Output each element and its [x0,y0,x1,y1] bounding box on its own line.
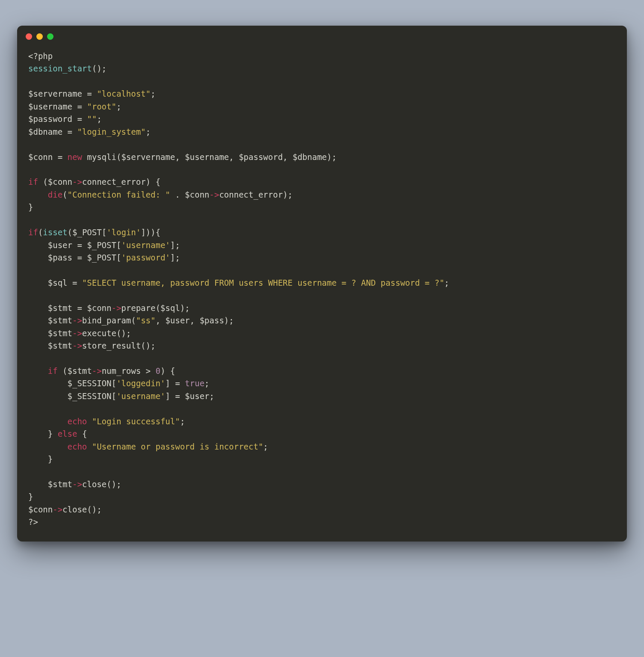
close-brace-1: } [28,202,33,212]
die-open: ( [62,190,67,199]
username-decl: $username = [28,102,87,111]
arrow-2: -> [209,190,219,199]
semi-1: ; [151,89,155,98]
bracket-open-5: [ [111,391,116,401]
die-rest: connect_error); [219,190,293,199]
bind-param: bind_param( [82,316,136,325]
code-window: <?php session_start(); $servername = "lo… [17,26,627,542]
stmt-close-call: close(); [82,479,122,489]
bind-types: "ss" [136,316,156,325]
arrow-8: -> [72,479,82,489]
sql-decl: $sql = [28,278,82,287]
space-2 [53,429,57,438]
echo-kw-2: echo [68,442,87,451]
user-decl: $user = [28,240,87,250]
die-kw: die [48,190,62,199]
indent-s1 [28,379,68,388]
bracket-close-2: ]; [170,253,180,262]
zero: 0 [155,366,160,376]
minimize-icon[interactable] [36,33,43,40]
cond-close: ) { [160,366,175,376]
indent-if2 [28,366,48,376]
numrows-open: ($stmt [58,366,92,376]
stmt-close: $stmt [28,479,72,489]
login-fail: "Username or password is incorrect" [92,442,263,451]
indent-close2 [28,429,48,438]
true-const: true [185,379,205,388]
die-str: "Connection failed: " [68,190,170,199]
semi-5: ; [444,278,449,287]
arrow-3: -> [111,303,121,313]
indent-s2 [28,391,68,401]
bracket-open-4: [ [111,379,116,388]
zoom-icon[interactable] [47,33,53,40]
login-key: 'login' [107,228,141,237]
php-close-tag: ?> [28,517,38,527]
window-titlebar [17,26,627,42]
isset-open-paren: ( [38,228,43,237]
arrow-1: -> [72,177,82,186]
die-concat: . $conn [170,190,210,199]
close-brace-2: } [48,429,53,438]
bracket-open-2: [ [116,240,121,250]
else-open: { [77,429,87,438]
semi-6: ; [205,379,209,388]
space-1 [87,417,92,426]
arrow-5: -> [72,328,82,338]
semi-7: ; [180,417,185,426]
bracket-open-1: [ [102,228,107,237]
stmt-store: $stmt [28,341,72,350]
loggedin-key: 'loggedin' [116,379,165,388]
dbname-decl: $dbname = [28,127,77,136]
sql-str: "SELECT username, password FROM users WH… [82,278,444,287]
session-start-fn: session_start [28,64,92,73]
session-glob-2: $_SESSION [68,391,112,401]
password-key: 'password' [121,253,170,262]
if-kw-2: if [28,228,38,237]
arrow-9: -> [53,505,62,514]
eq-1: ] = [165,379,185,388]
conn-close-call: close(); [62,505,102,514]
post-glob-3: $_POST [87,253,116,262]
close-icon[interactable] [26,33,32,40]
prepare-call: prepare($sql); [121,303,190,313]
isset-open-paren2: ( [68,228,72,237]
else-kw: else [58,429,77,438]
num-rows: num_rows > [102,366,156,376]
bracket-open-3: [ [116,253,121,262]
close-brace-4: } [28,492,33,501]
indent-echo1 [28,417,68,426]
stmt-exec: $stmt [28,328,72,338]
session-glob-1: $_SESSION [68,379,112,388]
arrow-7: -> [92,366,102,376]
pass-decl: $pass = [28,253,87,262]
isset-close: ])){ [141,228,160,237]
password-val: "" [87,114,97,124]
new-kw: new [68,152,82,162]
semi-4: ; [146,127,151,136]
conn-var: $conn [28,505,53,514]
indent-die [28,190,48,199]
semi-8: ; [263,442,268,451]
session-user-key: 'username' [116,391,165,401]
isset-fn: isset [43,228,67,237]
space-3 [87,442,92,451]
semi-2: ; [116,102,121,111]
conn-err-open: ($conn [38,177,72,186]
bind-args: , $user, $pass); [155,316,234,325]
php-open-tag: <?php [28,51,53,61]
servername-decl: $servername = [28,89,97,98]
dbname-val: "login_system" [77,127,145,136]
semi-3: ; [97,114,101,124]
username-val: "root" [87,102,116,111]
indent-close3 [28,454,48,464]
password-decl: $password = [28,114,87,124]
if-kw-1: if [28,177,38,186]
arrow-4: -> [72,316,82,325]
echo-kw-1: echo [68,417,87,426]
bracket-close-1: ]; [170,240,180,250]
servername-val: "localhost" [97,89,151,98]
connect-error: connect_error) { [82,177,160,186]
login-success: "Login successful" [92,417,180,426]
arrow-6: -> [72,341,82,350]
